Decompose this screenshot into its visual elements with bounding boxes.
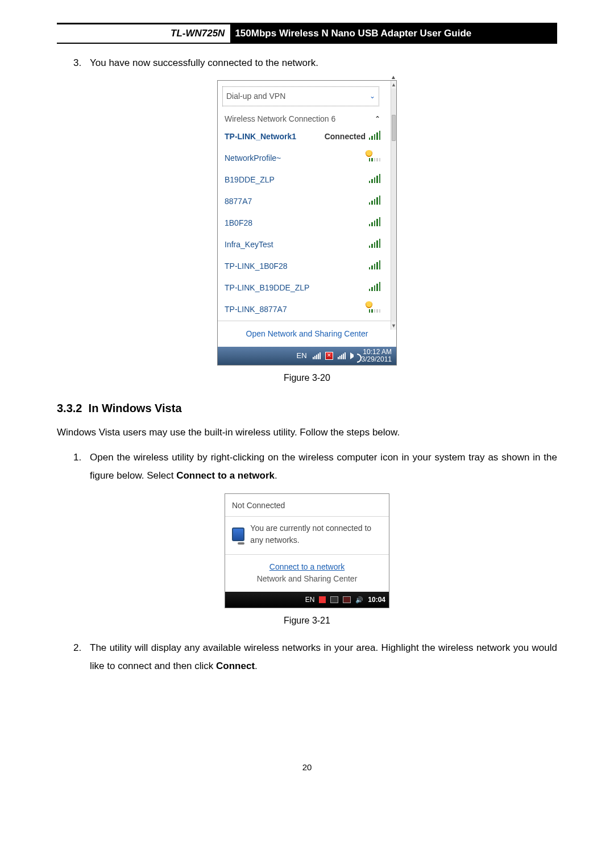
figure-3-21: Not Connected You are currently not conn… bbox=[57, 493, 557, 608]
taskbar-date: 3/29/2011 bbox=[362, 356, 392, 363]
vista-links: Connect to a network Network and Sharing… bbox=[225, 555, 389, 592]
taskbar-lang[interactable]: EN bbox=[297, 350, 307, 362]
vista-intro: Windows Vista users may use the built-in… bbox=[57, 423, 557, 442]
network-row-4[interactable]: 1B0F28 bbox=[218, 213, 384, 234]
network-row-5[interactable]: Infra_KeyTest bbox=[218, 234, 384, 256]
vista-taskbar-time: 10:04 bbox=[368, 595, 385, 605]
step2-text-b: . bbox=[255, 661, 258, 671]
vista-network-popup: Not Connected You are currently not conn… bbox=[225, 493, 389, 608]
vista-monitor-icon[interactable] bbox=[330, 596, 338, 603]
network-name: NetworkProfile~ bbox=[225, 152, 366, 164]
guide-title: 150Mbps Wireless N Nano USB Adapter User… bbox=[230, 24, 557, 43]
section-heading: 3.3.2 In Windows Vista bbox=[57, 400, 557, 417]
network-name: TP-LINK_Network1 bbox=[225, 131, 325, 143]
section-number: 3.3.2 bbox=[57, 402, 82, 414]
win7-taskbar: EN 10:12 AM 3/29/2011 bbox=[218, 347, 396, 365]
vista-steps: Open the wireless utility by right-click… bbox=[57, 448, 557, 485]
vista-step-1: Open the wireless utility by right-click… bbox=[84, 448, 557, 485]
step2-text-a: The utility will display any available w… bbox=[90, 642, 557, 671]
step2-bold: Connect bbox=[216, 661, 255, 671]
network-name: 8877A7 bbox=[225, 196, 369, 207]
signal-strength-icon bbox=[369, 196, 380, 205]
signal-strength-icon bbox=[369, 217, 380, 226]
network-row-8[interactable]: TP-LINK_8877A7 bbox=[218, 299, 384, 321]
signal-strength-icon bbox=[369, 174, 380, 183]
step-list-3: You have now successfully connected to t… bbox=[57, 54, 557, 72]
wireless-connection-header[interactable]: Wireless Network Connection 6 ⌃ bbox=[218, 109, 384, 126]
network-name: TP-LINK_B19DDE_ZLP bbox=[225, 282, 369, 294]
vista-status-row: You are currently not connected to any n… bbox=[225, 517, 389, 555]
page-header: TL-WN725N 150Mbps Wireless N Nano USB Ad… bbox=[57, 23, 557, 44]
scroll-up-arrow-icon[interactable]: ▲ bbox=[391, 81, 396, 89]
signal-strength-icon bbox=[369, 239, 380, 248]
network-name: Infra_KeyTest bbox=[225, 239, 369, 251]
vista-taskbar-lang[interactable]: EN bbox=[305, 595, 315, 605]
network-row-6[interactable]: TP-LINK_1B0F28 bbox=[218, 256, 384, 277]
network-icon[interactable] bbox=[338, 352, 346, 359]
network-row-1[interactable]: NetworkProfile~ bbox=[218, 148, 384, 169]
action-center-icon[interactable] bbox=[325, 352, 333, 360]
chevron-up-icon: ⌃ bbox=[375, 114, 380, 124]
vista-steps-2: The utility will display any available w… bbox=[57, 639, 557, 676]
network-name: 1B0F28 bbox=[225, 217, 369, 229]
figure-3-20: ▲ ▼ Dial-up and VPN ⌄ Wireless Network C… bbox=[57, 80, 557, 366]
model-label: TL-WN725N bbox=[171, 24, 230, 43]
step1-text-b: . bbox=[275, 470, 277, 481]
network-name: TP-LINK_1B0F28 bbox=[225, 260, 369, 272]
network-status: Connected bbox=[325, 131, 366, 143]
open-network-sharing-link[interactable]: Open Network and Sharing Center bbox=[218, 321, 396, 347]
taskbar-clock[interactable]: 10:12 AM 3/29/2011 bbox=[362, 348, 392, 363]
system-tray bbox=[313, 352, 357, 360]
monitor-icon bbox=[232, 528, 244, 541]
network-row-7[interactable]: TP-LINK_B19DDE_ZLP bbox=[218, 277, 384, 299]
network-row-0[interactable]: TP-LINK_Network1Connected bbox=[218, 126, 384, 148]
chevron-down-icon: ⌄ bbox=[370, 91, 375, 101]
signal-strength-icon bbox=[369, 131, 380, 140]
signal-strength-icon bbox=[369, 260, 380, 269]
dialup-vpn-section[interactable]: Dial-up and VPN ⌄ bbox=[222, 86, 379, 106]
network-row-2[interactable]: B19DDE_ZLP bbox=[218, 169, 384, 191]
vista-network-icon[interactable] bbox=[343, 596, 351, 603]
shield-icon bbox=[366, 150, 372, 157]
section-title: In Windows Vista bbox=[89, 402, 182, 414]
vista-taskbar: EN 🔊 10:04 bbox=[225, 592, 389, 608]
figure-3-20-caption: Figure 3-20 bbox=[57, 371, 557, 385]
scroll-thumb[interactable] bbox=[392, 115, 396, 141]
scroll-down-arrow-icon[interactable]: ▼ bbox=[391, 322, 396, 330]
dialup-label: Dial-up and VPN bbox=[226, 90, 285, 102]
signal-icon[interactable] bbox=[313, 352, 321, 359]
vista-volume-icon[interactable]: 🔊 bbox=[355, 595, 363, 605]
connect-to-network-link[interactable]: Connect to a network bbox=[227, 560, 387, 573]
signal-strength-icon bbox=[369, 282, 380, 291]
connection-header-label: Wireless Network Connection 6 bbox=[225, 113, 335, 125]
scrollbar[interactable]: ▲ ▼ bbox=[391, 81, 396, 330]
figure-3-21-caption: Figure 3-21 bbox=[57, 614, 557, 628]
vista-status-message: You are currently not connected to any n… bbox=[250, 522, 382, 546]
volume-icon[interactable] bbox=[350, 352, 357, 359]
win7-network-popup: ▲ ▼ Dial-up and VPN ⌄ Wireless Network C… bbox=[217, 80, 397, 366]
vista-status-header: Not Connected bbox=[225, 494, 389, 517]
step1-text-a: Open the wireless utility by right-click… bbox=[90, 452, 557, 481]
step1-bold: Connect to a network bbox=[176, 470, 275, 481]
network-name: B19DDE_ZLP bbox=[225, 174, 369, 186]
page-number: 20 bbox=[57, 761, 557, 774]
taskbar-time: 10:12 AM bbox=[362, 348, 392, 356]
vista-step-2: The utility will display any available w… bbox=[84, 639, 557, 676]
network-name: TP-LINK_8877A7 bbox=[225, 304, 366, 315]
vista-flag-icon[interactable] bbox=[319, 596, 326, 603]
shield-icon bbox=[366, 301, 372, 308]
step-3-text: You have now successfully connected to t… bbox=[84, 54, 557, 72]
network-row-3[interactable]: 8877A7 bbox=[218, 191, 384, 213]
network-sharing-center-link[interactable]: Network and Sharing Center bbox=[227, 573, 387, 585]
